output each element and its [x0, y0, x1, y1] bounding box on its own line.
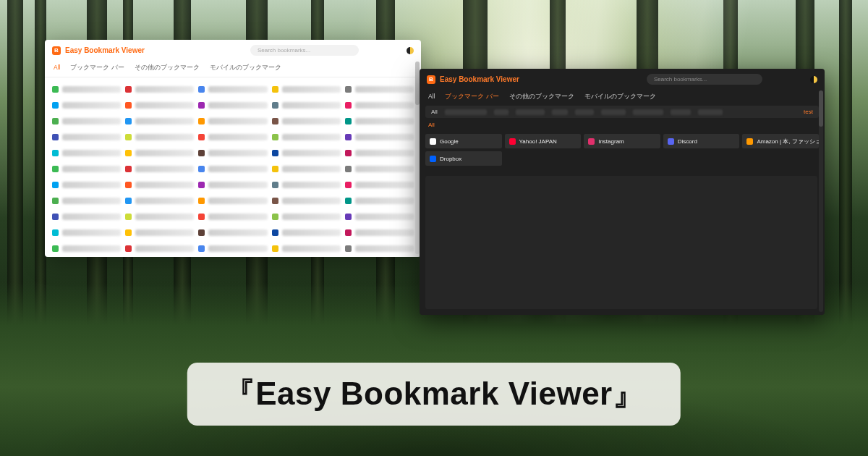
tab-dark-3[interactable]: モバイルのブックマーク — [584, 93, 656, 101]
tab-dark-0[interactable]: All — [428, 93, 435, 101]
bookmark-item-light[interactable] — [345, 83, 414, 95]
bookmark-item-light[interactable] — [272, 242, 341, 254]
bookmark-item-light[interactable] — [345, 179, 414, 190]
bookmark-item-light[interactable] — [345, 131, 414, 143]
bookmark-item-light[interactable] — [198, 99, 267, 111]
bookmark-item-light[interactable] — [125, 147, 194, 159]
favicon-icon — [125, 134, 132, 140]
bookmark-item-light[interactable] — [52, 131, 121, 143]
bookmark-item-light[interactable] — [125, 131, 194, 143]
bookmark-item-light[interactable] — [198, 227, 267, 238]
filter-chip-blurred[interactable] — [601, 109, 626, 115]
favicon-icon — [52, 134, 59, 140]
bookmark-item-dark[interactable]: Instagram — [584, 134, 660, 148]
filter-chip-blurred[interactable] — [494, 109, 509, 115]
bookmark-item-light[interactable] — [198, 163, 267, 174]
search-input-light[interactable]: Search bookmarks... — [250, 45, 359, 56]
filter-all-label[interactable]: All — [431, 109, 438, 115]
bookmark-item-light[interactable] — [345, 227, 414, 238]
bookmark-item-light[interactable] — [345, 242, 414, 254]
bookmark-item-light[interactable] — [52, 211, 121, 222]
bookmark-item-dark[interactable]: Dropbox — [425, 151, 502, 166]
bookmark-item-light[interactable] — [272, 131, 341, 143]
favicon-icon — [345, 118, 352, 124]
bookmark-item-light[interactable] — [272, 195, 341, 206]
bookmark-item-light[interactable] — [125, 195, 194, 206]
filter-chip-blurred[interactable] — [698, 109, 723, 115]
bookmark-item-light[interactable] — [345, 147, 414, 159]
bookmark-item-light[interactable] — [345, 115, 414, 127]
bookmark-item-light[interactable] — [198, 115, 267, 127]
favicon-icon — [198, 102, 205, 109]
filter-chip-blurred[interactable] — [552, 109, 568, 115]
bookmark-item-light[interactable] — [198, 211, 267, 222]
bookmark-item-light[interactable] — [198, 195, 267, 206]
bookmark-item-light[interactable] — [345, 163, 414, 174]
bookmark-item-light[interactable] — [272, 227, 341, 238]
filter-chip-blurred[interactable] — [516, 109, 545, 115]
favicon-icon — [345, 198, 352, 204]
bookmark-item-light[interactable] — [198, 242, 267, 254]
favicon-icon — [345, 166, 352, 172]
bookmark-item-dark[interactable]: Google — [425, 134, 502, 148]
bookmark-item-light[interactable] — [345, 211, 414, 222]
bookmark-item-light[interactable] — [52, 147, 121, 159]
bookmark-label: Dropbox — [440, 156, 461, 162]
tab-dark-1[interactable]: ブックマーク バー — [445, 93, 498, 101]
tab-light-0[interactable]: All — [54, 64, 60, 72]
bookmark-item-light[interactable] — [272, 115, 341, 127]
bookmark-item-dark[interactable]: Discord — [663, 134, 740, 148]
bookmark-item-light[interactable] — [52, 227, 121, 238]
bookmark-item-dark[interactable]: Amazon | 本, ファッション, 家電か... — [742, 134, 819, 148]
filter-chip-blurred[interactable] — [633, 109, 663, 115]
bookmark-item-light[interactable] — [272, 147, 341, 159]
favicon-icon — [125, 245, 132, 252]
bookmark-item-light[interactable] — [272, 211, 341, 222]
light-header: B Easy Bookmark Viewer Search bookmarks.… — [45, 40, 421, 61]
bookmark-item-light[interactable] — [345, 195, 414, 206]
filter-test-label[interactable]: test — [804, 109, 813, 115]
bookmark-item-light[interactable] — [52, 195, 121, 206]
tab-light-1[interactable]: ブックマーク バー — [70, 64, 124, 72]
bookmark-item-light[interactable] — [198, 179, 267, 190]
bookmark-item-light[interactable] — [125, 99, 194, 111]
bookmark-item-light[interactable] — [125, 179, 194, 190]
search-input-dark[interactable]: Search bookmarks... — [647, 74, 762, 85]
favicon-icon — [52, 229, 59, 236]
bookmark-item-light[interactable] — [272, 83, 341, 95]
bookmark-item-light[interactable] — [52, 179, 121, 190]
tab-light-2[interactable]: その他のブックマーク — [135, 64, 200, 72]
bookmark-item-light[interactable] — [272, 99, 341, 111]
sub-filter-dark[interactable]: All — [420, 119, 825, 132]
bookmark-item-light[interactable] — [198, 83, 267, 95]
bookmark-item-light[interactable] — [125, 242, 194, 254]
filter-chip-blurred[interactable] — [445, 109, 487, 115]
favicon-icon — [125, 166, 132, 172]
bookmark-item-light[interactable] — [52, 115, 121, 127]
bookmark-item-light[interactable] — [345, 99, 414, 111]
theme-toggle-icon[interactable] — [407, 47, 414, 54]
bookmark-item-light[interactable] — [198, 147, 267, 159]
filter-chip-blurred[interactable] — [671, 109, 691, 115]
bookmark-item-dark[interactable]: Yahoo! JAPAN — [505, 134, 582, 148]
bookmark-label-blurred — [135, 198, 194, 204]
theme-toggle-icon[interactable] — [810, 76, 817, 83]
bookmark-item-light[interactable] — [272, 179, 341, 190]
bookmark-item-light[interactable] — [52, 242, 121, 254]
favicon-icon — [746, 138, 753, 145]
filter-chip-blurred[interactable] — [575, 109, 594, 115]
bookmark-item-light[interactable] — [52, 163, 121, 174]
bookmark-item-light[interactable] — [125, 227, 194, 238]
bookmark-item-light[interactable] — [272, 163, 341, 174]
scrollbar-thumb-dark[interactable] — [819, 90, 823, 127]
bookmark-item-light[interactable] — [125, 163, 194, 174]
tab-dark-2[interactable]: その他のブックマーク — [509, 93, 574, 101]
bookmark-item-light[interactable] — [52, 99, 121, 111]
bookmark-item-light[interactable] — [125, 83, 194, 95]
bookmark-item-light[interactable] — [125, 115, 194, 127]
bookmark-item-light[interactable] — [52, 83, 121, 95]
favicon-icon — [125, 214, 132, 220]
bookmark-item-light[interactable] — [125, 211, 194, 222]
bookmark-item-light[interactable] — [198, 131, 267, 143]
tab-light-3[interactable]: モバイルのブックマーク — [210, 64, 281, 72]
